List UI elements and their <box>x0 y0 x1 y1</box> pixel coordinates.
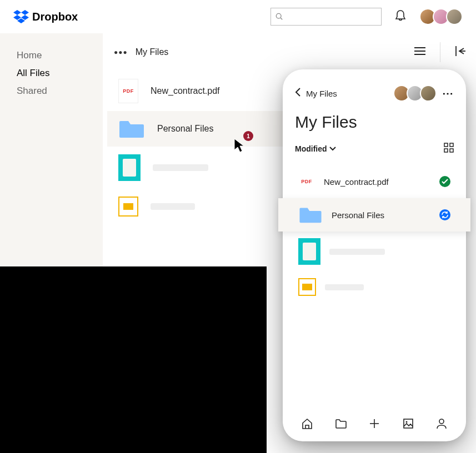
avatar <box>420 85 437 102</box>
syncing-icon <box>439 209 450 220</box>
sidebar-item-shared[interactable]: Shared <box>17 85 103 97</box>
search-input[interactable] <box>270 8 382 26</box>
chevron-down-icon <box>329 147 336 151</box>
mobile-file-row[interactable]: Personal Files <box>278 198 470 231</box>
notification-bell-icon[interactable] <box>395 9 406 24</box>
more-icon[interactable]: ●●● <box>114 48 128 56</box>
mobile-avatar-group[interactable] <box>393 85 437 102</box>
menu-icon[interactable] <box>411 43 429 61</box>
mobile-breadcrumb[interactable]: My Files <box>306 89 337 98</box>
mobile-title: My Files <box>295 113 454 132</box>
svg-line-1 <box>280 18 282 19</box>
search-icon <box>275 13 283 21</box>
nav-files-icon[interactable] <box>333 416 349 431</box>
svg-rect-9 <box>444 149 448 152</box>
black-background <box>0 266 267 453</box>
svg-rect-7 <box>444 143 448 147</box>
svg-point-14 <box>405 421 407 423</box>
avatar <box>446 8 463 25</box>
file-name: Personal Files <box>332 210 430 220</box>
sidebar-item-all-files[interactable]: All Files <box>17 68 103 79</box>
folder-icon <box>118 119 145 139</box>
sidebar: Home All Files Shared <box>0 33 103 266</box>
mobile-bottom-nav <box>295 409 454 431</box>
synced-icon <box>439 176 450 187</box>
pdf-icon: PDF <box>118 79 138 103</box>
nav-home-icon[interactable] <box>299 416 315 431</box>
sidebar-item-home[interactable]: Home <box>17 50 103 61</box>
file-name-placeholder <box>153 164 208 171</box>
mobile-file-list: PDF New_contract.pdf Personal Files <box>295 165 454 409</box>
file-name: New_contract.pdf <box>151 86 220 96</box>
dropbox-logo[interactable]: Dropbox <box>13 10 78 23</box>
mobile-subheader: Modified <box>295 143 454 155</box>
breadcrumb[interactable]: My Files <box>136 47 169 57</box>
content-header: ●●● My Files <box>103 42 476 71</box>
svg-rect-10 <box>450 149 453 152</box>
svg-rect-8 <box>450 143 453 147</box>
mobile-mockup: My Files ⋯ My Files Modified PDF <box>283 69 466 441</box>
file-name: New_contract.pdf <box>324 177 430 187</box>
dropbox-icon <box>13 10 29 23</box>
svg-point-15 <box>439 419 444 424</box>
file-name-placeholder <box>151 203 195 210</box>
file-name: Personal Files <box>157 124 213 134</box>
image-thumbnail <box>118 154 141 181</box>
more-icon[interactable]: ⋯ <box>442 87 454 100</box>
header-avatar-group[interactable] <box>419 8 463 25</box>
slides-icon <box>298 278 316 296</box>
svg-point-0 <box>276 13 281 18</box>
mobile-file-row[interactable] <box>295 231 454 271</box>
nav-photos-icon[interactable] <box>400 416 416 431</box>
sort-dropdown[interactable]: Modified <box>295 144 336 153</box>
grid-view-icon[interactable] <box>444 143 454 155</box>
mobile-file-row[interactable]: PDF New_contract.pdf <box>295 165 454 198</box>
image-thumbnail <box>298 238 320 265</box>
pdf-icon: PDF <box>298 172 315 192</box>
header: Dropbox <box>0 0 476 33</box>
svg-rect-13 <box>404 419 413 428</box>
file-name-placeholder <box>325 284 364 290</box>
folder-icon <box>298 206 323 224</box>
file-name-placeholder <box>329 249 385 255</box>
mobile-header: My Files ⋯ <box>295 85 454 102</box>
nav-account-icon[interactable] <box>434 416 449 431</box>
nav-add-icon[interactable] <box>367 416 382 431</box>
collapse-panel-icon[interactable] <box>452 43 469 62</box>
slides-icon <box>118 197 138 217</box>
back-icon[interactable] <box>295 88 300 99</box>
app-name: Dropbox <box>32 11 78 23</box>
divider <box>440 42 440 62</box>
mobile-file-row[interactable] <box>295 271 454 303</box>
